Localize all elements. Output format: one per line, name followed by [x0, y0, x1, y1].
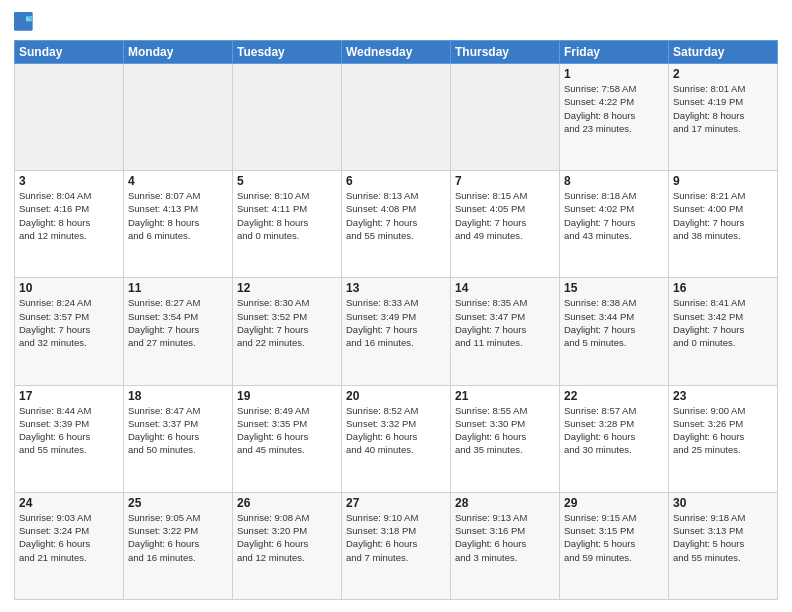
day-info: Sunrise: 8:52 AM Sunset: 3:32 PM Dayligh… [346, 404, 446, 457]
calendar-cell [15, 64, 124, 171]
day-number: 1 [564, 67, 664, 81]
calendar-cell: 24Sunrise: 9:03 AM Sunset: 3:24 PM Dayli… [15, 492, 124, 599]
day-header-monday: Monday [124, 41, 233, 64]
calendar-cell [451, 64, 560, 171]
day-info: Sunrise: 9:05 AM Sunset: 3:22 PM Dayligh… [128, 511, 228, 564]
calendar-cell: 4Sunrise: 8:07 AM Sunset: 4:13 PM Daylig… [124, 171, 233, 278]
calendar-cell: 22Sunrise: 8:57 AM Sunset: 3:28 PM Dayli… [560, 385, 669, 492]
calendar-cell: 18Sunrise: 8:47 AM Sunset: 3:37 PM Dayli… [124, 385, 233, 492]
week-row-4: 24Sunrise: 9:03 AM Sunset: 3:24 PM Dayli… [15, 492, 778, 599]
calendar-cell: 15Sunrise: 8:38 AM Sunset: 3:44 PM Dayli… [560, 278, 669, 385]
day-number: 18 [128, 389, 228, 403]
day-header-tuesday: Tuesday [233, 41, 342, 64]
day-info: Sunrise: 9:00 AM Sunset: 3:26 PM Dayligh… [673, 404, 773, 457]
header [14, 12, 778, 32]
day-info: Sunrise: 8:13 AM Sunset: 4:08 PM Dayligh… [346, 189, 446, 242]
day-number: 29 [564, 496, 664, 510]
day-number: 22 [564, 389, 664, 403]
day-number: 5 [237, 174, 337, 188]
day-info: Sunrise: 9:03 AM Sunset: 3:24 PM Dayligh… [19, 511, 119, 564]
day-info: Sunrise: 8:38 AM Sunset: 3:44 PM Dayligh… [564, 296, 664, 349]
day-header-wednesday: Wednesday [342, 41, 451, 64]
day-number: 2 [673, 67, 773, 81]
day-info: Sunrise: 7:58 AM Sunset: 4:22 PM Dayligh… [564, 82, 664, 135]
day-number: 26 [237, 496, 337, 510]
calendar-cell [233, 64, 342, 171]
day-info: Sunrise: 8:41 AM Sunset: 3:42 PM Dayligh… [673, 296, 773, 349]
day-header-friday: Friday [560, 41, 669, 64]
day-number: 12 [237, 281, 337, 295]
day-number: 23 [673, 389, 773, 403]
calendar-cell: 28Sunrise: 9:13 AM Sunset: 3:16 PM Dayli… [451, 492, 560, 599]
calendar-cell: 13Sunrise: 8:33 AM Sunset: 3:49 PM Dayli… [342, 278, 451, 385]
calendar-cell: 25Sunrise: 9:05 AM Sunset: 3:22 PM Dayli… [124, 492, 233, 599]
day-number: 15 [564, 281, 664, 295]
calendar-cell: 12Sunrise: 8:30 AM Sunset: 3:52 PM Dayli… [233, 278, 342, 385]
day-number: 30 [673, 496, 773, 510]
day-number: 24 [19, 496, 119, 510]
day-info: Sunrise: 9:18 AM Sunset: 3:13 PM Dayligh… [673, 511, 773, 564]
day-number: 27 [346, 496, 446, 510]
calendar-table: SundayMondayTuesdayWednesdayThursdayFrid… [14, 40, 778, 600]
calendar-cell: 8Sunrise: 8:18 AM Sunset: 4:02 PM Daylig… [560, 171, 669, 278]
calendar-cell: 14Sunrise: 8:35 AM Sunset: 3:47 PM Dayli… [451, 278, 560, 385]
calendar-cell: 27Sunrise: 9:10 AM Sunset: 3:18 PM Dayli… [342, 492, 451, 599]
day-number: 13 [346, 281, 446, 295]
day-info: Sunrise: 8:27 AM Sunset: 3:54 PM Dayligh… [128, 296, 228, 349]
day-info: Sunrise: 9:08 AM Sunset: 3:20 PM Dayligh… [237, 511, 337, 564]
day-number: 4 [128, 174, 228, 188]
page: SundayMondayTuesdayWednesdayThursdayFrid… [0, 0, 792, 612]
logo [14, 12, 38, 32]
week-row-1: 3Sunrise: 8:04 AM Sunset: 4:16 PM Daylig… [15, 171, 778, 278]
day-info: Sunrise: 8:07 AM Sunset: 4:13 PM Dayligh… [128, 189, 228, 242]
calendar-cell: 7Sunrise: 8:15 AM Sunset: 4:05 PM Daylig… [451, 171, 560, 278]
day-number: 20 [346, 389, 446, 403]
day-number: 8 [564, 174, 664, 188]
day-number: 3 [19, 174, 119, 188]
day-info: Sunrise: 8:57 AM Sunset: 3:28 PM Dayligh… [564, 404, 664, 457]
day-info: Sunrise: 8:10 AM Sunset: 4:11 PM Dayligh… [237, 189, 337, 242]
calendar-cell: 21Sunrise: 8:55 AM Sunset: 3:30 PM Dayli… [451, 385, 560, 492]
week-row-2: 10Sunrise: 8:24 AM Sunset: 3:57 PM Dayli… [15, 278, 778, 385]
day-info: Sunrise: 9:15 AM Sunset: 3:15 PM Dayligh… [564, 511, 664, 564]
day-info: Sunrise: 8:04 AM Sunset: 4:16 PM Dayligh… [19, 189, 119, 242]
day-number: 11 [128, 281, 228, 295]
day-info: Sunrise: 8:49 AM Sunset: 3:35 PM Dayligh… [237, 404, 337, 457]
calendar-header-row: SundayMondayTuesdayWednesdayThursdayFrid… [15, 41, 778, 64]
calendar-cell: 11Sunrise: 8:27 AM Sunset: 3:54 PM Dayli… [124, 278, 233, 385]
day-number: 25 [128, 496, 228, 510]
day-number: 17 [19, 389, 119, 403]
calendar-cell: 16Sunrise: 8:41 AM Sunset: 3:42 PM Dayli… [669, 278, 778, 385]
day-info: Sunrise: 8:01 AM Sunset: 4:19 PM Dayligh… [673, 82, 773, 135]
calendar-cell: 19Sunrise: 8:49 AM Sunset: 3:35 PM Dayli… [233, 385, 342, 492]
calendar-cell: 9Sunrise: 8:21 AM Sunset: 4:00 PM Daylig… [669, 171, 778, 278]
day-number: 7 [455, 174, 555, 188]
day-info: Sunrise: 8:33 AM Sunset: 3:49 PM Dayligh… [346, 296, 446, 349]
calendar-cell: 3Sunrise: 8:04 AM Sunset: 4:16 PM Daylig… [15, 171, 124, 278]
day-info: Sunrise: 8:30 AM Sunset: 3:52 PM Dayligh… [237, 296, 337, 349]
calendar-cell: 5Sunrise: 8:10 AM Sunset: 4:11 PM Daylig… [233, 171, 342, 278]
calendar-cell: 23Sunrise: 9:00 AM Sunset: 3:26 PM Dayli… [669, 385, 778, 492]
calendar-cell: 1Sunrise: 7:58 AM Sunset: 4:22 PM Daylig… [560, 64, 669, 171]
day-number: 19 [237, 389, 337, 403]
day-info: Sunrise: 9:10 AM Sunset: 3:18 PM Dayligh… [346, 511, 446, 564]
day-number: 28 [455, 496, 555, 510]
day-number: 21 [455, 389, 555, 403]
calendar-cell: 29Sunrise: 9:15 AM Sunset: 3:15 PM Dayli… [560, 492, 669, 599]
day-info: Sunrise: 8:35 AM Sunset: 3:47 PM Dayligh… [455, 296, 555, 349]
logo-icon [14, 12, 34, 32]
day-info: Sunrise: 8:24 AM Sunset: 3:57 PM Dayligh… [19, 296, 119, 349]
day-info: Sunrise: 8:47 AM Sunset: 3:37 PM Dayligh… [128, 404, 228, 457]
day-number: 6 [346, 174, 446, 188]
day-header-saturday: Saturday [669, 41, 778, 64]
week-row-3: 17Sunrise: 8:44 AM Sunset: 3:39 PM Dayli… [15, 385, 778, 492]
day-number: 14 [455, 281, 555, 295]
day-info: Sunrise: 8:15 AM Sunset: 4:05 PM Dayligh… [455, 189, 555, 242]
day-number: 10 [19, 281, 119, 295]
calendar-cell: 30Sunrise: 9:18 AM Sunset: 3:13 PM Dayli… [669, 492, 778, 599]
calendar-cell: 17Sunrise: 8:44 AM Sunset: 3:39 PM Dayli… [15, 385, 124, 492]
calendar-cell: 26Sunrise: 9:08 AM Sunset: 3:20 PM Dayli… [233, 492, 342, 599]
day-header-sunday: Sunday [15, 41, 124, 64]
day-header-thursday: Thursday [451, 41, 560, 64]
calendar-cell: 10Sunrise: 8:24 AM Sunset: 3:57 PM Dayli… [15, 278, 124, 385]
